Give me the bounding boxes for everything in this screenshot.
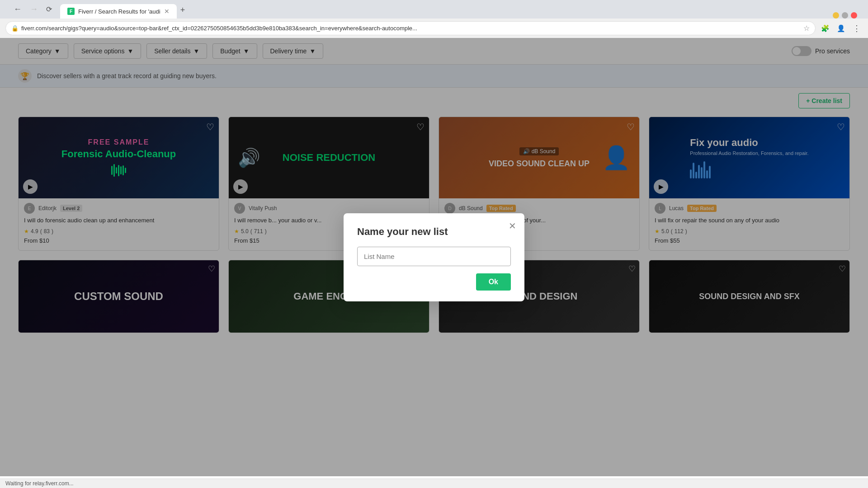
status-text: Waiting for relay.fiverr.com...	[5, 480, 74, 487]
browser-chrome: ← → ⟳ F Fiverr / Search Results for 'aud…	[0, 0, 868, 38]
ok-button[interactable]: Ok	[476, 273, 511, 291]
url-input[interactable]	[21, 25, 801, 32]
browser-toolbar: 🧩 👤 ⋮	[819, 22, 863, 35]
back-button[interactable]: ←	[11, 3, 24, 16]
lock-icon: 🔒	[11, 25, 19, 32]
active-tab[interactable]: F Fiverr / Search Results for 'audi ✕	[60, 4, 177, 19]
modal-close-button[interactable]: ✕	[509, 221, 516, 231]
modal-title: Name your new list	[357, 226, 511, 238]
modal-backdrop[interactable]: Name your new list ✕ Ok	[0, 38, 868, 476]
new-tab-button[interactable]: +	[177, 2, 189, 19]
tab-title: Fiverr / Search Results for 'audi	[78, 8, 160, 15]
minimize-button[interactable]	[833, 12, 839, 19]
menu-icon[interactable]: ⋮	[851, 22, 863, 35]
tab-favicon: F	[67, 8, 75, 15]
tab-bar: ← → ⟳ F Fiverr / Search Results for 'aud…	[0, 0, 868, 19]
modal-footer: Ok	[357, 273, 511, 291]
page-content: Category ▼ Service options ▼ Seller deta…	[0, 38, 868, 476]
address-bar[interactable]: 🔒 ☆	[5, 21, 816, 35]
refresh-button[interactable]: ⟳	[43, 3, 55, 15]
forward-button[interactable]: →	[27, 3, 41, 16]
tab-close-button[interactable]: ✕	[164, 8, 170, 15]
profile-icon[interactable]: 👤	[835, 23, 847, 34]
bookmark-icon[interactable]: ☆	[803, 24, 810, 33]
close-window-button[interactable]	[851, 12, 857, 19]
address-bar-row: 🔒 ☆ 🧩 👤 ⋮	[0, 19, 868, 38]
maximize-button[interactable]	[842, 12, 848, 19]
name-list-modal: Name your new list ✕ Ok	[344, 213, 524, 301]
extensions-icon[interactable]: 🧩	[819, 23, 831, 34]
status-bar: Waiting for relay.fiverr.com...	[0, 479, 868, 488]
list-name-input[interactable]	[357, 247, 511, 266]
